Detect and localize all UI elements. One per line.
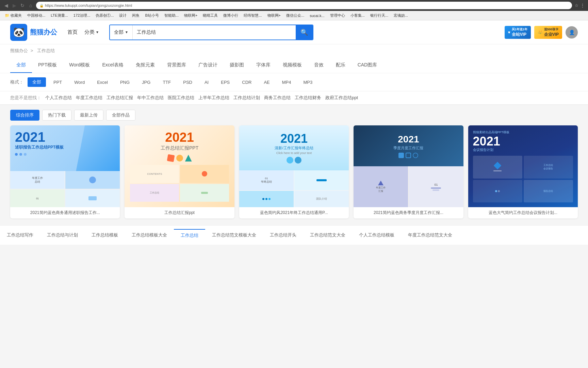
bookmark-item[interactable]: 物联网+ [182,12,199,19]
bottom-tag-writing[interactable]: 工作总结写作 [0,229,40,241]
card-2-label: 工作总结汇报ppt [125,207,234,218]
bookmark-item[interactable]: 📁 收藏夹 [3,12,24,19]
fmt-ai[interactable]: AI [200,78,213,87]
tab-ppt[interactable]: PPT模板 [32,57,63,73]
bookmark-item[interactable]: LTE测量... [49,12,70,19]
chevron-down-icon: ▼ [125,30,128,34]
tab-excel[interactable]: Excel表格 [96,57,129,73]
sort-all[interactable]: 全部作品 [106,110,135,121]
bookmark-item[interactable]: 闲鱼 [130,12,142,19]
fmt-cdr[interactable]: CDR [237,78,256,87]
bookmark-item[interactable]: 管理中心 [328,12,347,19]
suggestion-annual[interactable]: 年度工作总结 [76,95,102,101]
bookmark-item[interactable]: 设计 [117,12,129,19]
bookmark-item[interactable]: 经纬智慧... [242,12,264,19]
bookmark-item[interactable]: 宏魂妨... [392,12,410,19]
tab-word[interactable]: Word模板 [63,57,96,73]
tab-photo[interactable]: 摄影图 [224,57,250,73]
suggestion-business[interactable]: 商务工作总结 [264,95,291,101]
tab-music[interactable]: 配乐 [330,57,352,73]
bookmark-item[interactable]: 物联网+ [265,12,283,19]
fmt-ppt[interactable]: PPT [49,78,67,87]
fmt-psd[interactable]: PSD [178,78,197,87]
user-avatar[interactable]: 👤 [566,26,578,39]
search-button[interactable]: 🔍 [296,25,313,40]
tab-freecutout[interactable]: 免抠元素 [130,57,161,73]
back-button[interactable]: ◀ [3,3,9,8]
bottom-tag-sample-all[interactable]: 工作总结范文模板大全 [205,229,263,241]
suggestion-plan[interactable]: 工作总结计划 [233,95,260,101]
home-button[interactable]: ⌂ [28,3,33,8]
menu-icon[interactable]: ⋮ [581,3,585,8]
bookmark-item[interactable]: 晓晴工具 [201,12,220,19]
suggestion-midyear[interactable]: 年中工作总结 [137,95,164,101]
suggestion-finance[interactable]: 工作总结财务 [295,95,321,101]
nav-category[interactable]: 分类 ▼ [84,29,99,35]
logo-area[interactable]: 🐼 熊猫办公 [10,24,57,41]
tab-addesign[interactable]: 广告设计 [192,57,224,73]
suggestion-summary[interactable]: 工作总结汇报 [107,95,133,101]
tab-all[interactable]: 全部 [10,57,32,73]
bottom-tag-opening[interactable]: 工作总结开头 [263,229,303,241]
vip-heart-icon: ♥ [508,30,510,35]
fmt-mp4[interactable]: MP4 [277,78,296,87]
bottom-tag-personal[interactable]: 个人工作总结模板 [352,229,401,241]
tab-cad[interactable]: CAD图库 [352,57,383,73]
bottom-tag-plan[interactable]: 工作总结与计划 [40,229,85,241]
all-vip-button[interactable]: ♥ 买1年送1年 全站VIP [505,26,531,39]
forward-button[interactable]: ▶ [12,3,17,8]
bookmark-item[interactable]: sucai.k... [308,13,326,18]
bookmark-item[interactable]: 伪原创①... [94,12,116,19]
crown-icon: 👑 [538,30,543,35]
fmt-jpg[interactable]: JPG [137,78,155,87]
bookmark-item[interactable]: B站小号 [143,12,161,19]
bottom-tag-annual-all[interactable]: 年度工作总结范文大全 [401,229,459,241]
bookmark-item[interactable]: 中国移动... [25,12,47,19]
logo-text: 熊猫办公 [30,28,57,37]
card-5[interactable]: 熊猫素材出品高端PPT模板 2021 会议报告计划 工作总结会议报告 [468,125,578,218]
nav-home[interactable]: 首页 [67,29,78,35]
bookmark-item[interactable]: 微信公众... [284,12,306,19]
bookmark-item[interactable]: 172治理... [71,12,93,19]
fmt-all[interactable]: 全部 [28,77,46,87]
fmt-excel[interactable]: Excel [92,78,113,87]
fmt-ae[interactable]: AE [259,78,274,87]
bookmark-item[interactable]: 微博小行 [221,12,240,19]
card-2[interactable]: 2021 工作总结汇报PPT CONTENTS 工作总结 [125,125,234,218]
fmt-word[interactable]: Word [69,78,89,87]
tab-video[interactable]: 视频模板 [277,57,308,73]
enterprise-vip-button[interactable]: 👑 送500张卡 企业VIP [534,26,562,39]
card-1[interactable]: 2021 述职报告工作总结PPT模板 年度工作总结 [10,125,120,218]
sort-popular[interactable]: 热门下载 [42,110,71,121]
fmt-png[interactable]: PNG [115,78,134,87]
suggestion-halfyear[interactable]: 上半年工作总结 [198,95,229,101]
bottom-tag-sample-big[interactable]: 工作总结范文大全 [303,229,352,241]
bottom-tag-summary[interactable]: 工作总结 [174,229,205,241]
sort-newest[interactable]: 最新上传 [74,110,103,121]
card-3[interactable]: 2021 清新/工作汇报年终总结 Click here to add your … [239,125,349,218]
bookmark-item[interactable]: 智能助... [162,12,181,19]
fmt-mp3[interactable]: MP3 [299,78,317,87]
suggestion-individual[interactable]: 个人工作总结 [45,95,72,101]
address-bar[interactable]: 🔒 https://www.tukuppt.com/tupian/gongzuo… [36,2,572,9]
tab-sfx[interactable]: 音效 [308,57,330,73]
tab-font[interactable]: 字体库 [250,57,277,73]
star-icon[interactable]: ☆ [575,3,578,8]
bottom-tag-template-all[interactable]: 工作总结模板大全 [125,229,174,241]
bookmark-item[interactable]: 小客集... [348,12,367,19]
card-4[interactable]: 2021 季度月度工作汇报 年度工作汇报 01 [354,125,463,218]
refresh-button[interactable]: ↻ [20,3,25,8]
tab-background[interactable]: 背景图库 [161,57,192,73]
search-category-dropdown[interactable]: 全部 ▼ [110,25,133,40]
fmt-eps[interactable]: EPS [216,78,234,87]
suggestion-govt[interactable]: 政府工作总结ppt [325,95,358,101]
bookmark-item[interactable]: 银行行天... [368,12,390,19]
lock-icon: 🔒 [39,4,44,7]
bottom-tags-bar: 工作总结写作 工作总结与计划 工作总结模板 工作总结模板大全 工作总结 工作总结… [0,225,588,245]
bottom-tag-template[interactable]: 工作总结模板 [85,229,125,241]
suggestion-hospital[interactable]: 医院工作总结 [168,95,194,101]
breadcrumb-home[interactable]: 熊猫办公 [10,48,28,53]
fmt-ttf[interactable]: TTF [158,78,176,87]
search-input[interactable] [133,25,296,40]
sort-comprehensive[interactable]: 综合排序 [10,110,39,121]
